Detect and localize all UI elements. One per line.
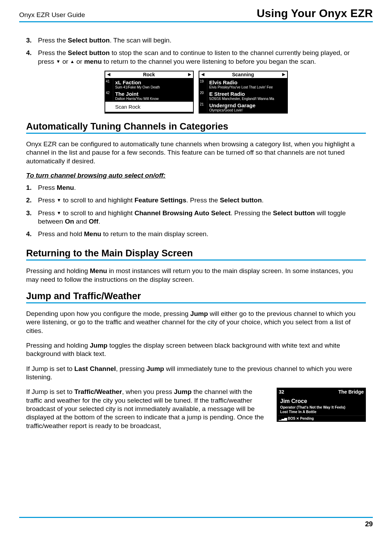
- section-auto-tune: Automatically Tuning Channels in Categor…: [26, 121, 366, 132]
- right-arrow-icon: ▶: [188, 72, 191, 77]
- auto-tune-paragraph: Onyx EZR can be configured to automatica…: [26, 140, 366, 165]
- screen-header: 32 The Bridge: [277, 388, 365, 395]
- up-triangle-icon: ▲: [70, 59, 75, 65]
- page-header: Onyx EZR User Guide Using Your Onyx EZR: [19, 7, 373, 20]
- signal-icon: ▁▃▅: [279, 417, 287, 420]
- jump-wrap: 32 The Bridge Jim Croce Operator (That's…: [26, 388, 366, 430]
- step-4: 4. Press and hold Menu to return to the …: [26, 230, 366, 238]
- right-arrow-icon: ▶: [282, 72, 285, 77]
- channel-row: 41 xL Faction Sum 41/Fake My Own Death: [105, 79, 193, 90]
- section-rule: [26, 302, 366, 303]
- down-triangle-icon: ▼: [57, 210, 61, 216]
- section-rule: [26, 133, 366, 134]
- left-arrow-icon: ◀: [107, 72, 110, 77]
- auto-tune-subhead: To turn channel browsing auto select on/…: [26, 172, 366, 179]
- footer-rule: [19, 517, 373, 518]
- left-arrow-icon: ◀: [201, 72, 204, 77]
- step-number: 2.: [26, 196, 32, 204]
- section-jump: Jump and Traffic/Weather: [26, 291, 366, 302]
- section-rule: [26, 259, 366, 261]
- jump-p2: Pressing and holding Jump toggles the di…: [26, 341, 366, 358]
- step-3: 3. Press the Select button. The scan wil…: [26, 36, 366, 45]
- guide-title: Onyx EZR User Guide: [19, 11, 85, 19]
- screen-header: ◀ Scanning ▶: [199, 71, 287, 79]
- device-screen-rock: ◀ Rock ▶ 41 xL Faction Sum 41/Fake My Ow…: [105, 71, 194, 114]
- step-number: 4.: [26, 49, 32, 57]
- step-3: 3. Press ▼ to scroll to and highlight Ch…: [26, 209, 366, 226]
- down-triangle-icon: ▼: [56, 59, 61, 65]
- step-number: 3.: [26, 209, 32, 217]
- step-list-auto: 1. Press Menu. 2. Press ▼ to scroll to a…: [26, 184, 366, 239]
- channel-row: 42 The Joint Dalton Harris/You Will Know: [105, 90, 193, 102]
- now-playing-next: Lost Time In A Bottle: [280, 410, 362, 414]
- page-footer: 29: [19, 517, 373, 528]
- screen-footer: ▁▃▅BOS ✕ Pending: [277, 416, 365, 421]
- device-screen-jump: 32 The Bridge Jim Croce Operator (That's…: [277, 388, 366, 422]
- down-triangle-icon: ▼: [57, 197, 61, 203]
- step-number: 3.: [26, 36, 32, 45]
- step-4: 4. Press the Select button to stop the s…: [26, 49, 366, 66]
- section-returning: Returning to the Main Display Screen: [26, 248, 366, 259]
- jump-p3: If Jump is set to Last Channel, pressing…: [26, 365, 366, 382]
- returning-paragraph: Pressing and holding Menu in most instan…: [26, 267, 366, 284]
- scan-row: Scan Rock: [105, 102, 193, 112]
- chapter-title: Using Your Onyx EZR: [257, 7, 373, 20]
- device-screen-scanning: ◀ Scanning ▶ 19 Elvis Radio Elvis Presle…: [199, 71, 288, 114]
- step-number: 1.: [26, 184, 32, 192]
- step-1: 1. Press Menu.: [26, 184, 366, 192]
- now-playing-artist: Jim Croce: [280, 398, 362, 404]
- screenshots-row: ◀ Rock ▶ 41 xL Faction Sum 41/Fake My Ow…: [26, 71, 366, 114]
- step-number: 4.: [26, 230, 32, 238]
- channel-row: 21 Undergrnd Garage Olympics/Good Lovin': [199, 102, 287, 113]
- channel-row: 19 Elvis Radio Elvis Presley/You've Lost…: [199, 79, 287, 90]
- jump-p1: Depending upon how you configure the mod…: [26, 310, 366, 335]
- header-rule: [19, 21, 373, 22]
- step-list-scan: 3. Press the Select button. The scan wil…: [26, 36, 366, 66]
- channel-row: 20 E Street Radio 5/26/16 Manchester, En…: [199, 90, 287, 102]
- page-number: 29: [19, 520, 373, 528]
- step-2: 2. Press ▼ to scroll to and highlight Fe…: [26, 196, 366, 204]
- screen-header: ◀ Rock ▶: [105, 71, 193, 79]
- now-playing-title: Operator (That's Not the Way It Feels): [280, 405, 362, 409]
